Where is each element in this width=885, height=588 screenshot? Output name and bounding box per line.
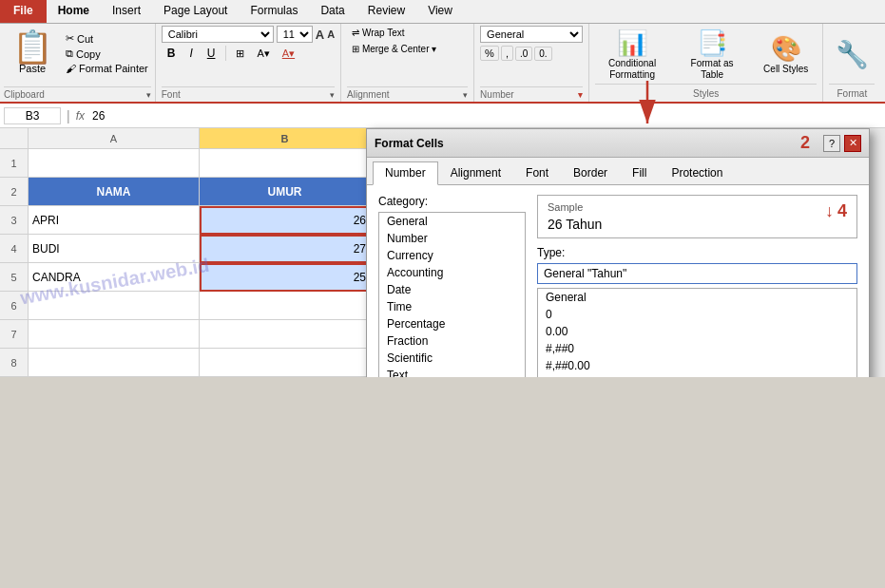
formula-input[interactable]: [88, 108, 881, 123]
cat-fraction[interactable]: Fraction: [379, 332, 525, 350]
cell-a7[interactable]: [29, 320, 200, 349]
font-color-button[interactable]: A▾: [278, 46, 299, 62]
alignment-group-label: Alignment: [347, 89, 389, 100]
tab-data[interactable]: Data: [309, 0, 356, 23]
border-button[interactable]: ⊞: [231, 46, 249, 62]
cell-a1[interactable]: [29, 149, 200, 178]
font-name-select[interactable]: Calibri: [162, 26, 274, 43]
cell-a5[interactable]: CANDRA: [29, 263, 200, 292]
category-column: Category: General Number Currency Accoun…: [378, 195, 526, 377]
clipboard-dialog-launcher[interactable]: ▾: [146, 90, 151, 100]
decrease-decimal-button[interactable]: 0.: [534, 47, 551, 61]
tab-font[interactable]: Font: [513, 161, 561, 184]
cell-styles-button[interactable]: 🎨 Cell Styles: [755, 31, 817, 78]
fmt-0[interactable]: 0: [538, 306, 856, 323]
cell-a2[interactable]: NAMA: [29, 178, 200, 206]
copy-button[interactable]: ⧉ Copy: [63, 47, 151, 61]
file-tab[interactable]: File: [0, 0, 47, 23]
cell-a8[interactable]: [29, 349, 200, 377]
col-header-a[interactable]: A: [29, 128, 200, 149]
conditional-formatting-button[interactable]: 📊 Conditional Formatting: [595, 26, 669, 84]
type-label: Type:: [537, 246, 857, 259]
tab-fill[interactable]: Fill: [620, 161, 659, 184]
cat-time[interactable]: Time: [379, 298, 525, 315]
cell-b1[interactable]: [200, 149, 371, 178]
italic-button[interactable]: I: [183, 45, 198, 62]
conditional-format-icon: 📊: [617, 28, 647, 58]
format-icon: 🔧: [836, 39, 869, 70]
wrap-text-button[interactable]: ⇌ Wrap Text: [347, 26, 409, 40]
fmt-hash-paren[interactable]: #,##0_);(#,##0): [538, 374, 856, 377]
cell-reference-box[interactable]: [4, 107, 61, 124]
tab-formulas[interactable]: Formulas: [239, 0, 309, 23]
fmt-hash[interactable]: #,##0: [538, 340, 856, 357]
tab-home[interactable]: Home: [47, 0, 101, 23]
cut-button[interactable]: ✂ Cut: [63, 31, 151, 46]
increase-decimal-button[interactable]: .0: [515, 47, 532, 61]
fill-color-button[interactable]: A▾: [252, 46, 274, 62]
format-painter-button[interactable]: 🖌 Format Painter: [63, 62, 151, 75]
col-header-b[interactable]: B: [200, 128, 371, 149]
merge-center-button[interactable]: ⊞ Merge & Center ▾: [347, 42, 441, 56]
cell-a6[interactable]: [29, 292, 200, 320]
dialog-help-btn[interactable]: ?: [823, 135, 840, 152]
cell-b5[interactable]: 25: [200, 263, 371, 292]
alignment-dialog-launcher[interactable]: ▾: [463, 90, 468, 100]
row-header-5: 5: [0, 263, 29, 292]
type-input[interactable]: [537, 263, 857, 284]
font-size-select[interactable]: 11: [277, 26, 313, 43]
copy-icon: ⧉: [66, 47, 73, 60]
cat-text[interactable]: Text: [379, 367, 525, 377]
cat-general[interactable]: General: [379, 213, 525, 230]
tab-alignment[interactable]: Alignment: [438, 161, 513, 184]
fmt-general[interactable]: General: [538, 289, 856, 306]
formula-divider: |: [67, 108, 70, 123]
row-header-1: 1: [0, 149, 29, 178]
tab-border[interactable]: Border: [561, 161, 620, 184]
cat-scientific[interactable]: Scientific: [379, 350, 525, 367]
underline-button[interactable]: U: [202, 45, 221, 62]
increase-font-btn[interactable]: A: [316, 28, 324, 42]
cell-b3-selected[interactable]: 26: [200, 206, 371, 235]
cell-a4[interactable]: BUDI: [29, 235, 200, 263]
dialog-close-btn[interactable]: ✕: [844, 135, 861, 152]
category-list[interactable]: General Number Currency Accounting Date …: [378, 212, 526, 377]
fmt-0.00[interactable]: 0.00: [538, 323, 856, 340]
cell-b7[interactable]: [200, 320, 371, 349]
paste-button[interactable]: 📋 Paste: [4, 26, 61, 79]
number-format-select[interactable]: General: [480, 26, 583, 43]
dialog-titlebar: Format Cells 2 ? ✕: [367, 129, 869, 158]
row-header-3: 3: [0, 206, 29, 235]
tab-view[interactable]: View: [416, 0, 464, 23]
format-as-table-button[interactable]: 📑 Format as Table: [675, 26, 749, 84]
cat-accounting[interactable]: Accounting: [379, 264, 525, 281]
number-dialog-launcher[interactable]: ▾: [578, 90, 583, 100]
label-2: 2: [800, 133, 810, 153]
tab-number[interactable]: Number: [373, 161, 438, 185]
cat-currency[interactable]: Currency: [379, 247, 525, 264]
cell-b6[interactable]: [200, 292, 371, 320]
cell-a3[interactable]: APRI: [29, 206, 200, 235]
percent-button[interactable]: %: [480, 46, 499, 61]
font-dialog-launcher[interactable]: ▾: [330, 90, 335, 100]
fmt-hash00[interactable]: #,##0.00: [538, 357, 856, 374]
dialog-tabs: Number Alignment Font Border Fill Protec…: [367, 158, 869, 185]
table-row: 7: [0, 320, 371, 349]
tab-protection[interactable]: Protection: [659, 161, 735, 184]
clipboard-group-label: Clipboard: [4, 89, 45, 100]
decrease-font-btn[interactable]: A: [327, 28, 335, 40]
cat-percentage[interactable]: Percentage: [379, 315, 525, 332]
cat-number[interactable]: Number: [379, 230, 525, 247]
format-list[interactable]: General 0 0.00 #,##0 #,##0.00 #,##0_);(#…: [537, 288, 857, 377]
number-group-label: Number: [480, 89, 514, 100]
cell-b2[interactable]: UMUR: [200, 178, 371, 206]
dialog-body: Category: General Number Currency Accoun…: [367, 185, 869, 377]
cell-b4[interactable]: 27: [200, 235, 371, 263]
tab-review[interactable]: Review: [356, 0, 416, 23]
cell-b8[interactable]: [200, 349, 371, 377]
cat-date[interactable]: Date: [379, 281, 525, 298]
tab-insert[interactable]: Insert: [101, 0, 152, 23]
bold-button[interactable]: B: [162, 45, 182, 62]
tab-page-layout[interactable]: Page Layout: [152, 0, 239, 23]
comma-button[interactable]: ,: [501, 46, 513, 61]
